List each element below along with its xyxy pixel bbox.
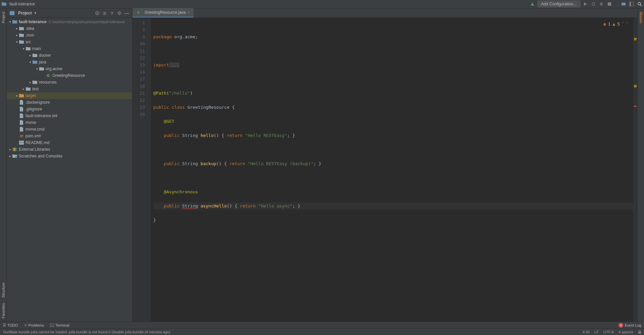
folder-icon bbox=[25, 46, 31, 51]
debug-icon[interactable] bbox=[590, 1, 596, 7]
event-log-button[interactable]: 2 Event Log bbox=[619, 323, 641, 328]
tree-item-mvnwcmd[interactable]: mvnw.cmd bbox=[7, 126, 132, 133]
tree-item-scratches[interactable]: ▸ Scratches and Consoles bbox=[7, 153, 132, 159]
hide-icon[interactable]: — bbox=[124, 10, 129, 16]
tree-item-package[interactable]: ▾ org.acme bbox=[7, 65, 132, 72]
tree-item-mvn[interactable]: ▸ .mvn bbox=[7, 32, 132, 39]
tree-item-mvnw[interactable]: mvnw bbox=[7, 119, 132, 126]
todo-tool-button[interactable]: ☰ TODO bbox=[3, 323, 18, 327]
search-everywhere-icon[interactable] bbox=[637, 1, 643, 7]
terminal-tool-button[interactable]: Terminal bbox=[50, 323, 69, 327]
line-separator[interactable]: LF bbox=[594, 330, 599, 334]
tree-item-gitignore[interactable]: .gitignore bbox=[7, 106, 132, 112]
folder-icon bbox=[19, 39, 24, 45]
maven-icon: m bbox=[19, 133, 24, 139]
status-bar: TextMate bundle julia cannot be loaded: … bbox=[0, 328, 644, 335]
module-icon bbox=[12, 19, 17, 25]
tree-item-ext-lib[interactable]: ▸ External Libraries bbox=[7, 146, 132, 153]
left-tool-gutter: Project Structure Favorites bbox=[0, 8, 7, 322]
tree-item-readme[interactable]: README.md bbox=[7, 139, 132, 146]
next-highlight-icon[interactable]: ˅ bbox=[626, 20, 629, 28]
folder-icon bbox=[19, 33, 24, 38]
prev-highlight-icon[interactable]: ˄ bbox=[622, 20, 624, 28]
layout-icon[interactable] bbox=[629, 1, 635, 7]
markdown-icon bbox=[19, 140, 24, 145]
warning-marker[interactable] bbox=[634, 39, 637, 40]
tree-item-docker[interactable]: ▸ docker bbox=[7, 52, 132, 59]
source-folder-icon bbox=[32, 59, 38, 65]
tree-item-target[interactable]: ▸ target bbox=[7, 92, 132, 99]
file-icon bbox=[19, 100, 24, 105]
tree-item-test[interactable]: ▸ test bbox=[7, 86, 132, 92]
code-content[interactable]: ●1 ▲5 ˄ ˅ package org.acme; import ... @… bbox=[151, 18, 633, 322]
project-name-label: fault-tolerance bbox=[9, 2, 35, 6]
project-view-icon bbox=[9, 10, 15, 16]
tree-item-iml[interactable]: fault-tolerance.iml bbox=[7, 112, 132, 119]
error-icon: ● bbox=[603, 20, 606, 28]
editor-tab[interactable]: C GreetingResource.java × bbox=[132, 8, 194, 17]
folder-icon bbox=[32, 53, 38, 58]
structure-tool-button[interactable]: Structure bbox=[1, 283, 5, 298]
add-configuration-button[interactable]: Add Configuration... bbox=[537, 1, 580, 7]
locate-icon[interactable] bbox=[95, 10, 100, 16]
settings-icon[interactable] bbox=[117, 10, 122, 16]
inspection-widget[interactable]: ●1 ▲5 ˄ ˅ bbox=[602, 20, 630, 28]
run-icon[interactable] bbox=[582, 1, 588, 7]
coverage-icon[interactable] bbox=[598, 1, 604, 7]
tree-item-resources[interactable]: ▸ resources bbox=[7, 79, 132, 86]
editor-tab-bar: C GreetingResource.java × bbox=[132, 8, 637, 18]
svg-point-7 bbox=[97, 12, 98, 13]
project-tree[interactable]: ▾ fault-tolerance C:\work\src\tmp\quarku… bbox=[7, 18, 132, 322]
git-icon[interactable] bbox=[621, 1, 627, 7]
right-tool-gutter: Maven bbox=[637, 8, 644, 322]
lock-icon[interactable] bbox=[638, 330, 641, 334]
folder-icon bbox=[19, 26, 24, 31]
stop-icon[interactable] bbox=[606, 1, 612, 7]
dropdown-icon[interactable]: ▼ bbox=[34, 11, 37, 15]
problems-tool-button[interactable]: ⊘ Problems bbox=[24, 323, 44, 327]
class-icon: C bbox=[136, 10, 141, 15]
warning-count: 5 bbox=[617, 20, 620, 28]
editor-body[interactable]: 1 2 3 10 11 12 13 14 17 18 21 22 23 26 ●… bbox=[132, 18, 637, 322]
close-tab-icon[interactable]: × bbox=[188, 10, 190, 15]
warning-marker[interactable] bbox=[634, 38, 637, 39]
maven-tool-button[interactable]: Maven bbox=[639, 12, 643, 23]
folder-icon bbox=[1, 1, 7, 7]
tree-item-java[interactable]: ▾ java bbox=[7, 59, 132, 65]
project-panel-header: Project ▼ — bbox=[7, 8, 132, 18]
build-icon[interactable] bbox=[529, 1, 535, 7]
svg-rect-13 bbox=[15, 148, 16, 151]
project-panel-title: Project bbox=[18, 11, 32, 15]
svg-point-8 bbox=[118, 12, 120, 14]
svg-rect-3 bbox=[630, 2, 631, 6]
favorites-tool-button[interactable]: Favorites bbox=[1, 303, 5, 318]
error-stripe[interactable] bbox=[633, 18, 637, 322]
resources-folder-icon bbox=[32, 80, 38, 85]
tree-item-src[interactable]: ▾ src bbox=[7, 39, 132, 45]
warning-marker[interactable] bbox=[634, 86, 637, 87]
tree-item-dockerignore[interactable]: .dockerignore bbox=[7, 99, 132, 106]
event-count-badge: 2 bbox=[619, 323, 623, 328]
warning-icon: ▲ bbox=[612, 20, 615, 28]
scratches-icon bbox=[12, 153, 17, 159]
tree-item-main[interactable]: ▾ main bbox=[7, 45, 132, 52]
package-icon bbox=[39, 66, 44, 71]
status-message: TextMate bundle julia cannot be loaded: … bbox=[3, 330, 170, 334]
tree-item-pom[interactable]: m pom.xml bbox=[7, 133, 132, 139]
project-title: fault-tolerance bbox=[1, 1, 35, 7]
todo-icon: ☰ bbox=[3, 323, 6, 327]
file-encoding[interactable]: UTF-8 bbox=[603, 330, 614, 334]
editor-area: C GreetingResource.java × 1 2 3 10 11 12… bbox=[132, 8, 637, 322]
tree-item-class[interactable]: C GreetingResource bbox=[7, 72, 132, 79]
expand-all-icon[interactable] bbox=[102, 10, 107, 16]
bottom-tool-bar: ☰ TODO ⊘ Problems Terminal 2 Event Log bbox=[0, 322, 644, 328]
tree-root[interactable]: ▾ fault-tolerance C:\work\src\tmp\quarku… bbox=[7, 18, 132, 25]
collapse-all-icon[interactable] bbox=[109, 10, 115, 16]
error-marker[interactable] bbox=[634, 106, 637, 107]
svg-point-14 bbox=[15, 156, 17, 158]
warning-marker[interactable] bbox=[634, 85, 637, 86]
tree-item-idea[interactable]: ▸ .idea bbox=[7, 25, 132, 32]
indent-setting[interactable]: 4 spaces bbox=[619, 330, 633, 334]
project-tool-button[interactable]: Project bbox=[1, 12, 5, 23]
cursor-position[interactable]: 4:30 bbox=[583, 330, 590, 334]
